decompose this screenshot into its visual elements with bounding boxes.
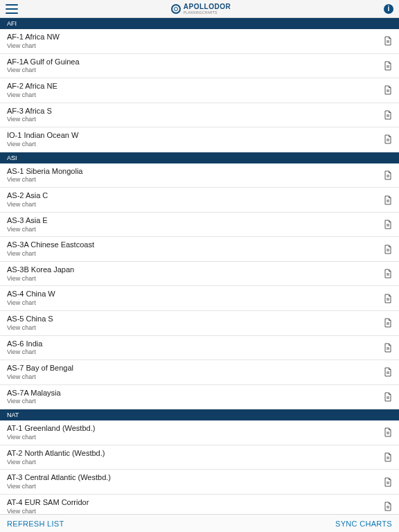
chart-row[interactable]: AS-7 Bay of BengalView chart — [0, 360, 399, 385]
document-icon[interactable] — [384, 85, 392, 95]
view-chart-label: View chart — [7, 42, 60, 50]
section-header: AFI — [0, 18, 399, 29]
view-chart-label: View chart — [7, 141, 78, 148]
chart-title: AS-1 Siberia Mongolia — [7, 167, 82, 177]
chart-row[interactable]: AF-3 Africa SView chart — [0, 103, 399, 128]
chart-title: AF-1 Africa NW — [7, 33, 60, 42]
view-chart-label: View chart — [7, 324, 53, 332]
document-icon[interactable] — [384, 170, 392, 180]
view-chart-label: View chart — [7, 226, 48, 233]
document-icon[interactable] — [384, 195, 392, 205]
chart-title: AT-2 North Atlantic (Westbd.) — [7, 449, 105, 459]
view-chart-label: View chart — [7, 201, 48, 209]
document-icon[interactable] — [384, 61, 392, 71]
document-icon[interactable] — [384, 392, 392, 402]
chart-row[interactable]: AF-1A Gulf of GuineaView chart — [0, 54, 399, 79]
chart-row[interactable]: AS-3B Korea JapanView chart — [0, 262, 399, 287]
refresh-list-button[interactable]: REFRESH LIST — [7, 520, 64, 528]
chart-row[interactable]: AT-4 EUR SAM CorridorView chart — [0, 495, 399, 514]
chart-row[interactable]: IO-1 Indian Ocean WView chart — [0, 127, 399, 152]
chart-row[interactable]: AT-3 Central Atlantic (Westbd.)View char… — [0, 470, 399, 495]
menu-icon[interactable] — [6, 4, 18, 14]
document-icon[interactable] — [384, 294, 392, 303]
chart-list[interactable]: AFIAF-1 Africa NWView chartAF-1A Gulf of… — [0, 18, 399, 514]
chart-title: AS-4 China W — [7, 290, 55, 299]
chart-row[interactable]: AS-2 Asia CView chart — [0, 188, 399, 213]
chart-title: AS-7 Bay of Bengal — [7, 364, 73, 373]
sync-charts-button[interactable]: SYNC CHARTS — [335, 520, 392, 528]
view-chart-label: View chart — [7, 116, 52, 123]
chart-title: AT-3 Central Atlantic (Westbd.) — [7, 473, 111, 483]
brand-subtitle: PLANNINGCHARTS — [184, 10, 231, 15]
chart-title: AS-3B Korea Japan — [7, 265, 74, 275]
chart-title: AF-2 Africa NE — [7, 82, 57, 91]
view-chart-label: View chart — [7, 348, 42, 356]
footer-toolbar: REFRESH LIST SYNC CHARTS — [0, 514, 399, 532]
document-icon[interactable] — [384, 367, 392, 377]
chart-title: AF-3 Africa S — [7, 107, 52, 116]
chart-row[interactable]: AS-3 Asia EView chart — [0, 213, 399, 238]
document-icon[interactable] — [384, 452, 392, 462]
chart-row[interactable]: AS-3A Chinese EastcoastView chart — [0, 237, 399, 262]
brand-logo-icon — [171, 4, 181, 14]
app-header: APOLLODOR PLANNINGCHARTS i — [0, 0, 399, 18]
view-chart-label: View chart — [7, 483, 111, 490]
chart-title: AT-1 Greenland (Westbd.) — [7, 424, 95, 434]
chart-title: AS-6 India — [7, 339, 42, 349]
chart-row[interactable]: AT-2 North Atlantic (Westbd.)View chart — [0, 445, 399, 470]
chart-row[interactable]: AS-7A MalaysiaView chart — [0, 385, 399, 410]
view-chart-label: View chart — [7, 176, 82, 184]
document-icon[interactable] — [384, 502, 392, 511]
chart-title: AS-3A Chinese Eastcoast — [7, 240, 94, 250]
document-icon[interactable] — [384, 36, 392, 46]
view-chart-label: View chart — [7, 434, 95, 441]
info-icon[interactable]: i — [384, 4, 393, 14]
chart-row[interactable]: AS-5 China SView chart — [0, 311, 399, 336]
chart-title: AF-1A Gulf of Guinea — [7, 57, 80, 67]
chart-title: AS-2 Asia C — [7, 191, 48, 201]
brand-name: APOLLODOR — [184, 3, 231, 10]
section-header: ASI — [0, 152, 399, 163]
section-header: NAT — [0, 409, 399, 420]
chart-row[interactable]: AF-1 Africa NWView chart — [0, 29, 399, 54]
document-icon[interactable] — [384, 427, 392, 437]
view-chart-label: View chart — [7, 66, 80, 74]
view-chart-label: View chart — [7, 91, 57, 99]
view-chart-label: View chart — [7, 299, 55, 307]
view-chart-label: View chart — [7, 508, 89, 514]
document-icon[interactable] — [384, 343, 392, 353]
document-icon[interactable] — [384, 477, 392, 487]
chart-row[interactable]: AT-1 Greenland (Westbd.)View chart — [0, 420, 399, 445]
chart-title: AT-4 EUR SAM Corridor — [7, 498, 89, 508]
chart-title: IO-1 Indian Ocean W — [7, 131, 78, 141]
document-icon[interactable] — [384, 269, 392, 278]
brand: APOLLODOR PLANNINGCHARTS — [171, 3, 231, 15]
document-icon[interactable] — [384, 318, 392, 328]
view-chart-label: View chart — [7, 275, 74, 283]
document-icon[interactable] — [384, 134, 392, 144]
chart-row[interactable]: AS-4 China WView chart — [0, 286, 399, 311]
document-icon[interactable] — [384, 110, 392, 120]
chart-row[interactable]: AF-2 Africa NEView chart — [0, 78, 399, 103]
chart-row[interactable]: AS-6 IndiaView chart — [0, 336, 399, 361]
document-icon[interactable] — [384, 245, 392, 254]
chart-title: AS-5 China S — [7, 314, 53, 324]
chart-row[interactable]: AS-1 Siberia MongoliaView chart — [0, 163, 399, 188]
document-icon[interactable] — [384, 220, 392, 229]
chart-title: AS-3 Asia E — [7, 216, 48, 226]
chart-title: AS-7A Malaysia — [7, 389, 61, 398]
view-chart-label: View chart — [7, 250, 94, 258]
view-chart-label: View chart — [7, 373, 73, 381]
view-chart-label: View chart — [7, 398, 61, 405]
view-chart-label: View chart — [7, 459, 105, 466]
